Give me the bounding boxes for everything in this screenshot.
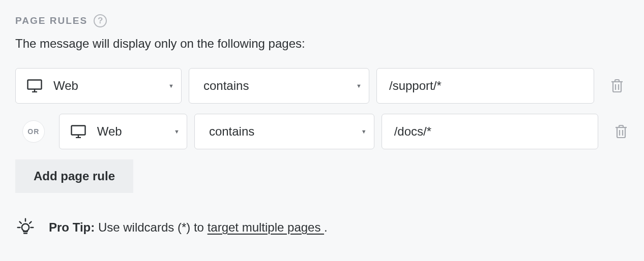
trash-icon bbox=[610, 78, 624, 93]
delete-rule-button[interactable] bbox=[613, 122, 629, 141]
matcher-select[interactable]: contains ▼ bbox=[194, 114, 374, 149]
protip: Pro Tip: Use wildcards (*) to target mul… bbox=[15, 217, 629, 238]
monitor-icon bbox=[27, 79, 42, 92]
section-subtitle: The message will display only on the fol… bbox=[15, 37, 629, 51]
svg-line-15 bbox=[30, 222, 31, 223]
trash-icon bbox=[614, 124, 628, 139]
delete-rule-button[interactable] bbox=[609, 77, 625, 95]
chevron-down-icon: ▼ bbox=[361, 128, 367, 135]
help-icon[interactable]: ? bbox=[94, 14, 107, 27]
platform-label: Web bbox=[97, 124, 170, 139]
rule-row: Web ▼ contains ▼ bbox=[15, 68, 629, 104]
matcher-label: contains bbox=[200, 79, 352, 93]
chevron-down-icon: ▼ bbox=[356, 83, 362, 89]
platform-select[interactable]: Web ▼ bbox=[15, 68, 182, 104]
monitor-icon bbox=[71, 125, 86, 138]
svg-rect-0 bbox=[28, 80, 42, 89]
section-title: PAGE RULES bbox=[15, 15, 87, 26]
rule-connector: OR bbox=[15, 120, 52, 143]
rule-row: OR Web ▼ contains ▼ bbox=[15, 114, 629, 149]
or-badge: OR bbox=[22, 120, 45, 143]
value-input[interactable] bbox=[376, 68, 594, 104]
protip-text: Pro Tip: Use wildcards (*) to target mul… bbox=[49, 220, 328, 235]
protip-link[interactable]: target multiple pages bbox=[208, 220, 324, 234]
protip-before: Use wildcards (*) to bbox=[95, 220, 207, 234]
section-header: PAGE RULES ? bbox=[15, 14, 629, 27]
matcher-select[interactable]: contains ▼ bbox=[189, 68, 369, 104]
rules-list: Web ▼ contains ▼ OR bbox=[15, 68, 629, 193]
platform-select[interactable]: Web ▼ bbox=[59, 114, 187, 149]
chevron-down-icon: ▼ bbox=[168, 83, 174, 89]
page-rules-panel: PAGE RULES ? The message will display on… bbox=[0, 0, 644, 253]
platform-label: Web bbox=[53, 79, 164, 93]
svg-rect-5 bbox=[71, 126, 85, 135]
chevron-down-icon: ▼ bbox=[174, 128, 180, 135]
protip-after: . bbox=[324, 220, 328, 234]
matcher-label: contains bbox=[206, 124, 357, 139]
value-input[interactable] bbox=[382, 114, 599, 149]
protip-label: Pro Tip: bbox=[49, 220, 95, 234]
lightbulb-icon bbox=[15, 217, 36, 238]
svg-point-10 bbox=[22, 224, 29, 231]
add-page-rule-button[interactable]: Add page rule bbox=[15, 159, 133, 193]
svg-line-14 bbox=[20, 222, 21, 223]
